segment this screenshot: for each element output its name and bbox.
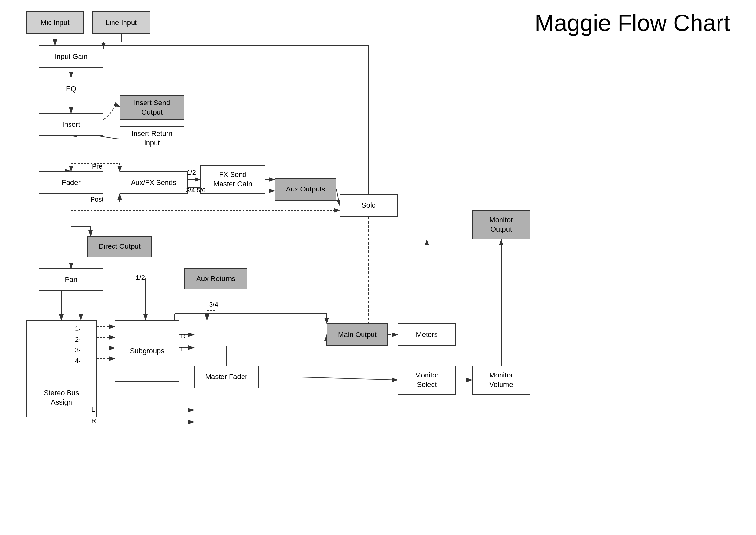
subgroups-label: Subgroups [130,347,164,356]
label-aux-3-4: 3/4 [209,301,218,308]
insert-label: Insert [62,120,80,129]
aux-returns-box: Aux Returns [184,268,247,290]
line-input-label: Line Input [106,18,137,27]
pre-label: Pre [92,163,102,170]
label-aux-1-2: 1/2 [136,274,145,281]
monitor-output-label: Monitor Output [489,215,513,234]
insert-box: Insert [39,113,103,136]
stereo-bus-box: Stereo Bus Assign [26,320,97,417]
label-bus-2: 2· [75,336,81,343]
subgroups-box: Subgroups [115,320,179,382]
line-input-box: Line Input [92,11,150,34]
monitor-select-label: Monitor Select [415,371,439,389]
monitor-volume-label: Monitor Volume [489,371,513,389]
direct-output-label: Direct Output [99,242,141,251]
master-fader-box: Master Fader [194,366,259,388]
aux-fx-sends-label: Aux/FX Sends [131,178,176,187]
meters-box: Meters [398,324,456,346]
label-3-4-5-6: 3/4 5/6 [186,187,206,194]
aux-fx-sends-box: Aux/FX Sends [120,171,188,194]
post-label: Post [91,196,103,203]
fader-box: Fader [39,171,103,194]
aux-outputs-label: Aux Outputs [286,185,325,194]
main-output-label: Main Output [338,330,377,340]
label-bus-4: 4· [75,357,81,365]
solo-label: Solo [362,201,376,210]
fx-send-master-label: FX Send Master Gain [213,170,252,188]
insert-return-label: Insert Return Input [131,129,172,148]
input-gain-box: Input Gain [39,45,103,68]
monitor-output-box: Monitor Output [472,210,530,239]
fx-send-master-box: FX Send Master Gain [201,165,265,194]
label-l-bus: L [92,406,95,413]
eq-label: EQ [66,84,76,94]
monitor-select-box: Monitor Select [398,366,456,395]
pan-label: Pan [65,275,77,285]
mic-input-box: Mic Input [26,11,84,34]
page-title: Maggie Flow Chart [535,10,730,36]
main-output-box: Main Output [327,324,388,346]
label-bus-1: 1· [75,325,81,332]
stereo-bus-label: Stereo Bus Assign [44,388,79,407]
insert-send-box: Insert Send Output [120,96,184,120]
insert-send-label: Insert Send Output [134,98,171,117]
label-r: R [181,332,186,340]
label-bus-3: 3· [75,347,81,354]
monitor-volume-box: Monitor Volume [472,366,530,395]
eq-box: EQ [39,78,103,100]
aux-returns-label: Aux Returns [196,274,235,284]
solo-box: Solo [339,194,398,217]
input-gain-label: Input Gain [55,52,88,62]
direct-output-box: Direct Output [87,236,152,257]
label-r-bus: R [92,417,96,425]
meters-label: Meters [416,330,438,340]
fader-label: Fader [62,178,80,187]
aux-outputs-box: Aux Outputs [275,178,336,201]
master-fader-label: Master Fader [205,372,248,382]
pan-box: Pan [39,268,103,291]
mic-input-label: Mic Input [40,18,69,27]
label-1-2-fx: 1/2 [187,169,196,176]
insert-return-box: Insert Return Input [120,126,184,151]
svg-line-51 [291,377,398,380]
svg-line-25 [336,189,339,205]
label-l: L [181,346,185,353]
